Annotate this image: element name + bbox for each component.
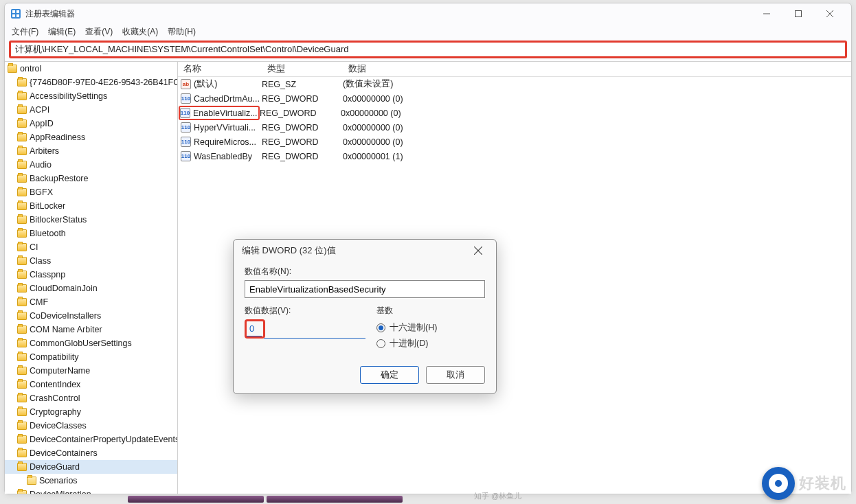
tree-item[interactable]: CoDeviceInstallers bbox=[5, 309, 177, 323]
value-name-cell: 110EnableVirtualiz... bbox=[179, 106, 260, 120]
tree-item[interactable]: AccessibilitySettings bbox=[5, 89, 177, 103]
ok-button[interactable]: 确定 bbox=[360, 366, 419, 384]
tree-item-label: AppID bbox=[30, 119, 54, 128]
tree-item[interactable]: {7746D80F-97E0-4E26-9543-26B41FC2 bbox=[5, 76, 177, 89]
tree-item[interactable]: ContentIndex bbox=[5, 378, 177, 391]
folder-icon bbox=[17, 325, 27, 334]
tree-item[interactable]: CMF bbox=[5, 295, 177, 309]
svg-rect-2 bbox=[16, 10, 19, 13]
folder-icon bbox=[17, 78, 27, 87]
value-data: (数值未设置) bbox=[343, 78, 851, 90]
folder-icon bbox=[17, 394, 27, 402]
tree-item[interactable]: DeviceMigration bbox=[5, 488, 177, 494]
tree-item[interactable]: ACPI bbox=[5, 103, 177, 117]
tree-item[interactable]: Classpnp bbox=[5, 268, 177, 282]
tree-item-label: Compatibility bbox=[30, 352, 79, 362]
base-label: 基数 bbox=[376, 305, 485, 317]
tree-item[interactable]: DeviceClasses bbox=[5, 419, 177, 433]
minimize-button[interactable] bbox=[751, 3, 782, 24]
address-bar[interactable]: 计算机\HKEY_LOCAL_MACHINE\SYSTEM\CurrentCon… bbox=[9, 41, 847, 58]
folder-icon bbox=[17, 243, 27, 251]
radio-hex[interactable]: 十六进制(H) bbox=[376, 322, 485, 334]
value-data-input-inner[interactable] bbox=[247, 321, 262, 336]
value-row[interactable]: ab(默认)REG_SZ(数值未设置) bbox=[178, 77, 851, 91]
menu-help[interactable]: 帮助(H) bbox=[168, 26, 196, 38]
value-row[interactable]: 110RequireMicros...REG_DWORD0x00000000 (… bbox=[178, 135, 851, 149]
tree-item[interactable]: COM Name Arbiter bbox=[5, 323, 177, 336]
tree-item[interactable]: BGFX bbox=[5, 185, 177, 199]
tree-item-label: CrashControl bbox=[30, 393, 80, 403]
value-row[interactable]: 110EnableVirtualiz...REG_DWORD0x00000000… bbox=[178, 106, 851, 120]
tree-item-label: CoDeviceInstallers bbox=[30, 311, 101, 321]
folder-icon bbox=[17, 92, 27, 100]
tree-item-label: AppReadiness bbox=[30, 133, 85, 142]
tree-item[interactable]: Audio bbox=[5, 158, 177, 172]
tree-panel[interactable]: ontrol{7746D80F-97E0-4E26-9543-26B41FC2A… bbox=[5, 62, 178, 494]
tree-item[interactable]: ontrol bbox=[5, 62, 177, 76]
value-row[interactable]: 110WasEnabledByREG_DWORD0x00000001 (1) bbox=[178, 149, 851, 163]
maximize-button[interactable] bbox=[782, 3, 814, 24]
reg-dword-icon: 110 bbox=[181, 151, 191, 161]
tree-item[interactable]: ComputerName bbox=[5, 364, 177, 378]
value-row[interactable]: 110CachedDrtmAu...REG_DWORD0x00000000 (0… bbox=[178, 91, 851, 106]
tree-item[interactable]: AppID bbox=[5, 117, 177, 130]
dialog-close-button[interactable] bbox=[469, 241, 488, 260]
folder-icon bbox=[17, 422, 27, 430]
tree-item[interactable]: CommonGlobUserSettings bbox=[5, 336, 177, 350]
cancel-button[interactable]: 取消 bbox=[426, 366, 485, 384]
tree-item[interactable]: DeviceGuard bbox=[5, 460, 177, 474]
folder-icon bbox=[17, 174, 27, 183]
radio-dec[interactable]: 十进制(D) bbox=[376, 338, 485, 350]
value-name-cell: 110CachedDrtmAu... bbox=[181, 93, 262, 104]
value-name-cell: 110RequireMicros... bbox=[181, 137, 262, 147]
tree-item-label: BGFX bbox=[30, 187, 53, 197]
dialog-titlebar[interactable]: 编辑 DWORD (32 位)值 bbox=[234, 240, 496, 262]
value-type: REG_DWORD bbox=[262, 152, 343, 161]
folder-icon bbox=[17, 257, 27, 265]
value-row[interactable]: 110HyperVVirtuali...REG_DWORD0x00000000 … bbox=[178, 120, 851, 135]
edit-dword-dialog: 编辑 DWORD (32 位)值 数值名称(N): 数值数据(V): bbox=[233, 239, 497, 394]
tree-item[interactable]: Cryptography bbox=[5, 405, 177, 419]
folder-icon bbox=[17, 119, 27, 128]
tree-item[interactable]: DeviceContainers bbox=[5, 446, 177, 460]
reg-dword-icon: 110 bbox=[181, 93, 191, 104]
value-name-cell: 110WasEnabledBy bbox=[181, 151, 262, 161]
tree-item[interactable]: AppReadiness bbox=[5, 130, 177, 144]
menu-view[interactable]: 查看(V) bbox=[85, 26, 113, 38]
tree-item[interactable]: Bluetooth bbox=[5, 227, 177, 240]
tree-item-label: Cryptography bbox=[30, 407, 81, 417]
tree-item-label: {7746D80F-97E0-4E26-9543-26B41FC2 bbox=[30, 78, 178, 87]
content-area: ontrol{7746D80F-97E0-4E26-9543-26B41FC2A… bbox=[5, 61, 851, 494]
tree-item[interactable]: CrashControl bbox=[5, 391, 177, 405]
tree-item-label: COM Name Arbiter bbox=[30, 325, 102, 334]
tree-item-label: BitLocker bbox=[30, 201, 65, 211]
menu-file[interactable]: 文件(F) bbox=[12, 26, 38, 38]
value-name-input[interactable] bbox=[245, 280, 485, 298]
tree-item[interactable]: CI bbox=[5, 240, 177, 254]
tree-item[interactable]: CloudDomainJoin bbox=[5, 282, 177, 295]
reg-sz-icon: ab bbox=[181, 79, 191, 89]
folder-icon bbox=[17, 380, 27, 389]
col-name[interactable]: 名称 bbox=[178, 63, 262, 75]
menu-edit[interactable]: 编辑(E) bbox=[48, 26, 76, 38]
tree-item[interactable]: Arbiters bbox=[5, 144, 177, 158]
tree-item[interactable]: Class bbox=[5, 254, 177, 268]
value-type: REG_DWORD bbox=[260, 108, 341, 118]
tree-item-label: Class bbox=[30, 256, 51, 266]
tree-item-label: Arbiters bbox=[30, 146, 59, 156]
col-type[interactable]: 类型 bbox=[262, 63, 343, 75]
tree-item[interactable]: Scenarios bbox=[5, 474, 177, 488]
radio-dec-icon bbox=[376, 339, 385, 348]
menu-favorites[interactable]: 收藏夹(A) bbox=[122, 26, 158, 38]
tree-item[interactable]: BitlockerStatus bbox=[5, 213, 177, 227]
titlebar[interactable]: 注册表编辑器 bbox=[5, 3, 851, 24]
tree-item[interactable]: Compatibility bbox=[5, 350, 177, 364]
tree-item[interactable]: BitLocker bbox=[5, 199, 177, 213]
col-data[interactable]: 数据 bbox=[343, 63, 851, 75]
tree-item[interactable]: BackupRestore bbox=[5, 172, 177, 185]
tree-item[interactable]: DeviceContainerPropertyUpdateEvents bbox=[5, 433, 177, 446]
addressbar-container: 计算机\HKEY_LOCAL_MACHINE\SYSTEM\CurrentCon… bbox=[5, 39, 851, 61]
watermark-logo-icon bbox=[762, 467, 795, 500]
close-button[interactable] bbox=[814, 3, 846, 24]
tree-item-label: AccessibilitySettings bbox=[30, 91, 107, 101]
